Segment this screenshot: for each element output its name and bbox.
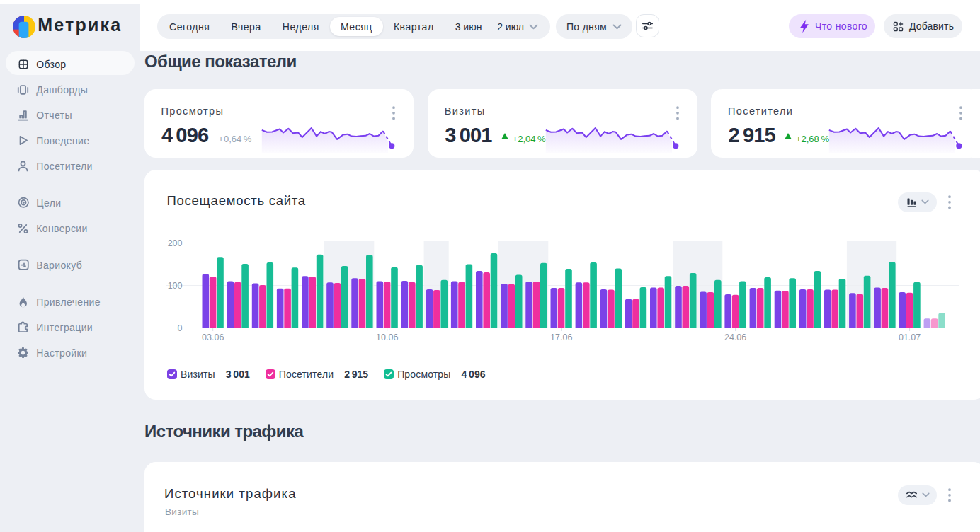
svg-text:0: 0 — [177, 323, 182, 333]
svg-text:24.06: 24.06 — [724, 332, 746, 342]
svg-text:03.06: 03.06 — [202, 332, 224, 342]
svg-text:200: 200 — [167, 238, 182, 248]
svg-text:10.06: 10.06 — [376, 332, 398, 342]
svg-text:100: 100 — [167, 281, 182, 291]
svg-text:01.07: 01.07 — [898, 332, 920, 342]
svg-text:17.06: 17.06 — [550, 332, 572, 342]
